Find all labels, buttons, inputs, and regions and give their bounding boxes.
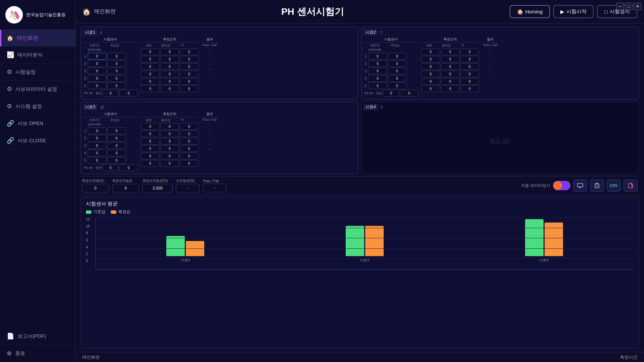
s2-r1-sensor1[interactable]: [368, 53, 387, 59]
s2-r4-sensor1[interactable]: [368, 75, 387, 82]
s1-r1-e1[interactable]: [141, 48, 160, 55]
s3-r3-e3[interactable]: [180, 138, 199, 145]
close-button[interactable]: ✕: [634, 3, 641, 10]
s3-r5-e3[interactable]: [180, 153, 199, 159]
s2-r5-e3[interactable]: [460, 78, 479, 85]
sidebar-item-servo-close[interactable]: 🔗 서보 CLOSE: [0, 132, 75, 149]
s1-avg-e1[interactable]: [141, 85, 160, 92]
s1-r1-sensor1[interactable]: [88, 53, 106, 59]
s3-r4-e2[interactable]: [160, 145, 179, 152]
pdf-button[interactable]: [624, 179, 638, 192]
s1-r1-e3[interactable]: [180, 48, 199, 55]
s1-avg-e3[interactable]: [180, 85, 199, 92]
s1-avg-sensor2[interactable]: [119, 90, 138, 96]
s3-r2-e3[interactable]: [180, 130, 199, 137]
s3-r1-e3[interactable]: [180, 123, 199, 130]
s2-avg-e2[interactable]: [441, 85, 460, 92]
test-start-button[interactable]: ▶ 시험시작: [553, 5, 594, 18]
s2-r3-e2[interactable]: [441, 63, 460, 70]
sidebar-item-dataanalysis[interactable]: 📈 데이터분석: [0, 46, 75, 64]
s2-r2-e3[interactable]: [460, 56, 479, 63]
stat-input1[interactable]: [82, 184, 109, 193]
s1-r3-e3[interactable]: [180, 63, 199, 70]
stat-input5[interactable]: [203, 184, 226, 192]
s2-r3-e1[interactable]: [421, 63, 440, 70]
s2-r4-e3[interactable]: [460, 71, 479, 77]
s1-avg-e2[interactable]: [160, 85, 179, 92]
s2-r5-sensor1[interactable]: [368, 82, 387, 89]
sidebar-item-report[interactable]: 📄 보고서(PDF): [0, 328, 75, 345]
s3-r5-e2[interactable]: [160, 153, 179, 159]
sidebar-item-mainscreen[interactable]: 🏠 메인화면: [0, 30, 75, 46]
s3-r2-sensor2[interactable]: [107, 135, 126, 142]
s2-r4-sensor2[interactable]: [388, 75, 406, 82]
s2-avg-sensor1[interactable]: [383, 90, 399, 96]
s3-avg-e2[interactable]: [160, 160, 179, 167]
s1-r4-e1[interactable]: [141, 71, 160, 77]
s1-r4-e3[interactable]: [180, 71, 199, 77]
s3-r3-e2[interactable]: [160, 138, 179, 145]
s3-r4-e1[interactable]: [141, 145, 160, 152]
s2-r1-e1[interactable]: [421, 48, 440, 55]
csv-button[interactable]: CSV: [607, 179, 621, 192]
s2-avg-sensor2[interactable]: [400, 90, 419, 96]
maximize-button[interactable]: □: [625, 3, 633, 10]
s3-r3-sensor2[interactable]: [107, 142, 126, 149]
s1-r5-e2[interactable]: [160, 78, 179, 85]
s1-r3-e2[interactable]: [160, 63, 179, 70]
s1-r1-e2[interactable]: [160, 48, 179, 55]
s3-r4-sensor1[interactable]: [88, 150, 106, 156]
monitor-button[interactable]: [573, 179, 587, 192]
s3-avg-sensor1[interactable]: [102, 164, 119, 171]
s2-r3-sensor1[interactable]: [368, 68, 387, 74]
s1-r5-e1[interactable]: [141, 78, 160, 85]
s1-r2-sensor2[interactable]: [107, 60, 126, 67]
s3-avg-e1[interactable]: [141, 160, 160, 167]
s1-r3-sensor1[interactable]: [88, 68, 106, 74]
s1-r3-sensor2[interactable]: [107, 68, 126, 74]
homing-button[interactable]: 🏠 Homing: [510, 5, 550, 18]
s1-r2-e2[interactable]: [160, 56, 179, 63]
s2-r5-e1[interactable]: [421, 78, 440, 85]
s1-r2-sensor1[interactable]: [88, 60, 106, 67]
s3-avg-e3[interactable]: [180, 160, 199, 167]
s2-r2-sensor2[interactable]: [388, 60, 406, 67]
s2-avg-e1[interactable]: [421, 85, 440, 92]
sidebar-item-testsettings[interactable]: ⚙ 시험설정: [0, 64, 75, 81]
s2-r5-sensor2[interactable]: [388, 82, 406, 89]
sidebar-item-servo-open[interactable]: 🔗 서보 OPEN: [0, 115, 75, 132]
sidebar-item-exit[interactable]: ⊗ 종료: [0, 345, 75, 362]
s1-r5-sensor2[interactable]: [107, 82, 126, 89]
s1-r4-sensor2[interactable]: [107, 75, 126, 82]
stat-input2[interactable]: [112, 184, 139, 193]
s2-r1-e2[interactable]: [441, 48, 460, 55]
s3-r5-sensor2[interactable]: [107, 157, 126, 164]
s2-r4-e1[interactable]: [421, 71, 440, 77]
s3-r5-e1[interactable]: [141, 153, 160, 159]
auto-toggle[interactable]: [553, 181, 570, 190]
s1-r2-e1[interactable]: [141, 56, 160, 63]
s3-r2-sensor1[interactable]: [88, 135, 106, 142]
delete-button[interactable]: [590, 179, 604, 192]
s1-r4-sensor1[interactable]: [88, 75, 106, 82]
s2-r2-e1[interactable]: [421, 56, 440, 63]
s3-r2-e2[interactable]: [160, 130, 179, 137]
s3-r3-sensor1[interactable]: [88, 142, 106, 149]
s3-r1-e2[interactable]: [160, 123, 179, 130]
s2-r3-sensor2[interactable]: [388, 68, 406, 74]
s3-r5-sensor1[interactable]: [88, 157, 106, 164]
s3-r3-e1[interactable]: [141, 138, 160, 145]
s3-r2-e1[interactable]: [141, 130, 160, 137]
s1-r5-e3[interactable]: [180, 78, 199, 85]
s3-r1-sensor2[interactable]: [107, 127, 126, 134]
minimize-button[interactable]: ─: [616, 3, 624, 10]
stat-input4[interactable]: [176, 184, 200, 193]
sidebar-item-systemsettings[interactable]: ⚙ 시스템 설정: [0, 98, 75, 115]
s2-r1-sensor2[interactable]: [388, 53, 406, 59]
s3-r4-e3[interactable]: [180, 145, 199, 152]
stat-input3[interactable]: [142, 184, 173, 193]
s3-r1-e1[interactable]: [141, 123, 160, 130]
s2-r3-e3[interactable]: [460, 63, 479, 70]
s2-r1-e3[interactable]: [460, 48, 479, 55]
s2-r2-e2[interactable]: [441, 56, 460, 63]
